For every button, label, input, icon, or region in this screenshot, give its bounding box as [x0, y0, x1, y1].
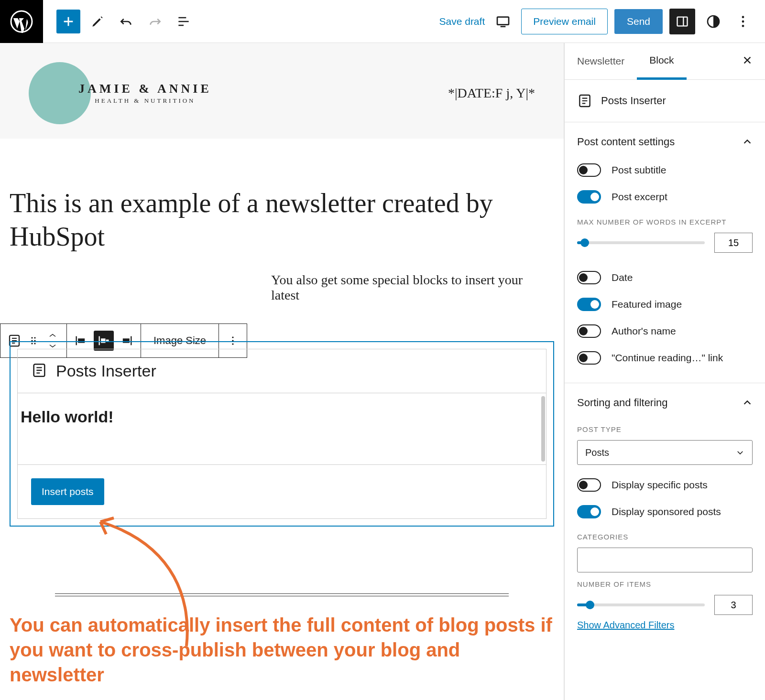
toggle-featured-image[interactable]: [577, 298, 601, 311]
date-merge-tag[interactable]: *|DATE:F j, Y|*: [448, 86, 535, 101]
svg-rect-2: [678, 17, 688, 26]
toggle-date[interactable]: [577, 271, 601, 284]
newsletter-title[interactable]: This is an example of a newsletter creat…: [0, 139, 564, 272]
insert-posts-button[interactable]: Insert posts: [31, 478, 104, 505]
svg-point-4: [742, 16, 744, 18]
preview-scrollbar[interactable]: [541, 396, 545, 462]
send-button[interactable]: Send: [614, 9, 663, 34]
svg-point-6: [742, 24, 744, 27]
redo-button[interactable]: [143, 10, 166, 33]
post-type-select[interactable]: Posts: [577, 440, 753, 465]
toggle-post-excerpt[interactable]: [577, 190, 601, 204]
edit-mode-button[interactable]: [86, 10, 109, 33]
options-menu-button[interactable]: [732, 10, 754, 33]
toggle-sponsored-posts[interactable]: [577, 505, 601, 518]
posts-preview-area[interactable]: Hello world!: [17, 393, 546, 465]
block-name-row: Posts Inserter: [565, 80, 765, 122]
categories-input[interactable]: [577, 548, 753, 572]
num-items-input[interactable]: [714, 595, 753, 615]
svg-point-5: [742, 20, 744, 22]
show-advanced-filters-link[interactable]: Show Advanced Filters: [577, 620, 674, 631]
styles-button[interactable]: [702, 10, 725, 33]
move-up-button[interactable]: [44, 331, 61, 340]
toggle-sidebar-button[interactable]: [669, 9, 695, 34]
max-words-input[interactable]: [714, 233, 753, 253]
categories-label: CATEGORIES: [577, 533, 753, 541]
undo-button[interactable]: [115, 10, 138, 33]
brand-logo: JAMIE & ANNIE HEALTH & NUTRITION: [29, 62, 212, 124]
annotation-text: You can automatically insert the full co…: [0, 598, 564, 687]
posts-inserter-title: Posts Inserter: [56, 362, 156, 380]
tab-block[interactable]: Block: [637, 43, 686, 80]
toggle-author[interactable]: [577, 324, 601, 338]
separator-block[interactable]: [55, 593, 509, 596]
num-items-label: NUMBER OF ITEMS: [577, 580, 753, 588]
panel-head-sorting[interactable]: Sorting and filtering: [577, 393, 753, 418]
chevron-up-icon: [742, 137, 753, 147]
save-draft-button[interactable]: Save draft: [439, 16, 485, 27]
block-name-label: Posts Inserter: [601, 95, 666, 107]
brand-tagline: HEALTH & NUTRITION: [78, 97, 212, 105]
brand-name: JAMIE & ANNIE: [78, 82, 212, 96]
max-words-slider[interactable]: [577, 241, 705, 244]
block-icon: [577, 93, 592, 108]
toggle-post-subtitle[interactable]: [577, 163, 601, 177]
svg-rect-1: [497, 17, 509, 24]
close-sidebar-button[interactable]: [730, 54, 765, 69]
toggle-specific-posts[interactable]: [577, 478, 601, 492]
num-items-slider[interactable]: [577, 603, 705, 606]
svg-point-18: [232, 336, 233, 338]
preview-email-button[interactable]: Preview email: [521, 9, 608, 34]
chevron-down-icon: [736, 448, 744, 457]
panel-post-content: Post content settings Post subtitle Post…: [565, 122, 765, 383]
chevron-up-icon: [742, 398, 753, 408]
wordpress-logo[interactable]: [0, 0, 43, 43]
document-overview-button[interactable]: [172, 10, 195, 33]
view-desktop-button[interactable]: [492, 10, 514, 33]
panel-sorting-filtering: Sorting and filtering POST TYPE Posts Di…: [565, 383, 765, 642]
toggle-continue-reading[interactable]: [577, 351, 601, 365]
svg-point-9: [34, 337, 36, 339]
preview-post-title: Hello world!: [21, 408, 543, 426]
posts-inserter-icon: [31, 362, 47, 380]
paragraph-block[interactable]: You also get some special blocks to inse…: [0, 272, 564, 303]
post-type-label: POST TYPE: [577, 425, 753, 433]
posts-inserter-block[interactable]: Posts Inserter Hello world! Insert posts: [10, 341, 554, 527]
settings-sidebar: Newsletter Block Posts Inserter Post con…: [564, 43, 765, 700]
add-block-button[interactable]: [56, 10, 80, 33]
max-words-label: MAX NUMBER OF WORDS IN EXCERPT: [577, 218, 753, 226]
tab-newsletter[interactable]: Newsletter: [565, 44, 637, 78]
svg-point-8: [32, 337, 33, 339]
newsletter-header[interactable]: JAMIE & ANNIE HEALTH & NUTRITION *|DATE:…: [0, 43, 564, 139]
panel-head-content[interactable]: Post content settings: [577, 132, 753, 157]
